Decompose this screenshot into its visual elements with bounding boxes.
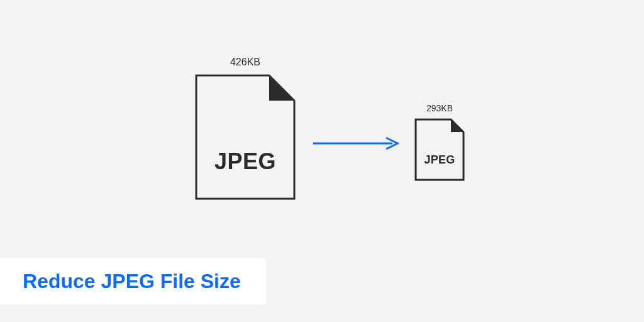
document-icon bbox=[414, 118, 465, 181]
compression-diagram: 426KB JPEG 293KB JPEG bbox=[195, 57, 468, 200]
reduced-format-label: JPEG bbox=[414, 153, 465, 167]
document-icon bbox=[195, 74, 296, 200]
original-format-label: JPEG bbox=[195, 148, 296, 175]
file-icon: JPEG bbox=[414, 118, 465, 181]
original-size-label: 426KB bbox=[230, 57, 260, 68]
reduced-file-block: 293KB JPEG bbox=[411, 103, 468, 181]
file-icon: JPEG bbox=[195, 74, 296, 200]
original-file-block: 426KB JPEG bbox=[195, 57, 296, 200]
reduced-size-label: 293KB bbox=[426, 103, 453, 113]
arrow-right-icon bbox=[312, 136, 400, 153]
page-title: Reduce JPEG File Size bbox=[0, 258, 266, 304]
